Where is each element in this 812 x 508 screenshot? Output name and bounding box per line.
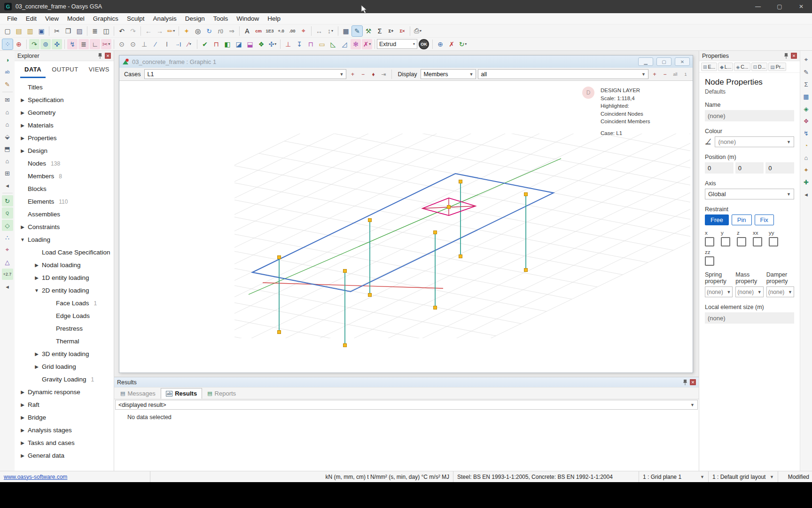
tab-views[interactable]: VIEWS [85, 66, 114, 78]
tree-item-grid-loading[interactable]: ▶Grid loading [15, 360, 114, 373]
case-view-icon[interactable]: ⌂ [2, 155, 13, 167]
position-x-input[interactable]: 0 [705, 162, 734, 174]
expand-arrow-icon[interactable]: ▶ [17, 224, 28, 230]
print-preview-icon[interactable]: ◫ [101, 26, 111, 36]
load-down-icon[interactable]: ↧ [294, 39, 304, 49]
tree-item-geometry[interactable]: ▶Geometry [15, 106, 114, 119]
tools-wrench-icon[interactable]: ⚒ [363, 26, 374, 36]
pin-icon[interactable] [98, 53, 102, 59]
node-marker[interactable] [278, 256, 281, 259]
collapse-left2-icon[interactable]: ◂ [2, 281, 13, 292]
table-view-icon[interactable]: ▦ [341, 26, 351, 36]
cut-icon[interactable]: ✂ [52, 26, 62, 36]
tree-item-blocks[interactable]: Blocks [15, 183, 114, 195]
axes-triad-icon[interactable]: ⌖ [298, 26, 309, 36]
minimize-button[interactable]: — [747, 0, 769, 13]
graphic-minimize-button[interactable]: ▁ [638, 57, 653, 66]
sculpt-joint-icon[interactable]: ✜ [52, 39, 62, 49]
tab-output[interactable]: OUTPUT [47, 66, 82, 78]
menu-sculpt[interactable]: Sculpt [123, 14, 149, 23]
colour-select[interactable]: (none) ▼ [715, 136, 794, 147]
expand-arrow-icon[interactable]: ▶ [17, 135, 28, 141]
node-marker[interactable] [344, 344, 347, 347]
collapse-left-icon[interactable]: ◂ [2, 180, 13, 191]
polyline-icon[interactable]: ↯ [67, 39, 78, 49]
undo-icon[interactable]: ↶ [117, 26, 127, 36]
graphic-canvas[interactable]: D DESIGN LAYER Scale: 1:118,4 Highlighte… [119, 81, 693, 373]
flip-check-icon[interactable]: ✔ [200, 39, 210, 49]
scale-icon[interactable]: ✚ [801, 176, 812, 188]
goto-icon[interactable]: ⇒ [226, 26, 237, 36]
print-graphic-icon[interactable]: ⎙▾ [413, 26, 423, 36]
select-nodes-icon[interactable]: ∴ [2, 232, 13, 243]
close-button[interactable]: ✕ [790, 0, 812, 13]
cases-combo[interactable]: L1▼ [144, 69, 346, 79]
extrude-combo[interactable]: Extrud▾ [377, 39, 417, 49]
add-case-button[interactable]: + [348, 71, 357, 78]
select-elements-icon[interactable]: ⌖ [2, 244, 13, 255]
expand-arrow-icon[interactable]: ▶ [17, 453, 28, 458]
highlight-icon[interactable]: ✦ [801, 164, 812, 175]
expand-arrow-icon[interactable]: ▶ [31, 275, 42, 280]
menu-model[interactable]: Model [63, 14, 89, 23]
props-tab-display[interactable]: ⊟D... [751, 63, 768, 71]
select-one-button[interactable]: 1 [681, 72, 690, 77]
function-icon[interactable]: ƒ() [215, 26, 226, 36]
tab-results[interactable]: ab Results [161, 388, 202, 399]
sync-icon[interactable]: ↻ [204, 26, 214, 36]
expand-arrow-icon[interactable]: ▶ [17, 123, 28, 128]
chevron-down-icon[interactable]: ▾ [173, 29, 175, 33]
graphic-maximize-button[interactable]: ▢ [656, 57, 671, 66]
tree-item-load-case-specification[interactable]: Load Case Specification [15, 246, 114, 259]
exponent-icon[interactable]: 1E3 [265, 26, 275, 36]
menu-analysis[interactable]: Analysis [148, 14, 180, 23]
decrease-decimals-icon[interactable]: .00 [287, 26, 297, 36]
chevron-down-icon[interactable]: ▾ [274, 42, 276, 46]
node-marker[interactable] [524, 193, 528, 196]
node-marker[interactable] [344, 270, 347, 273]
close-panel-icon[interactable]: ✕ [791, 53, 797, 59]
tree-item-loading[interactable]: ▼Loading [15, 233, 114, 246]
new-file-icon[interactable]: ▢ [2, 26, 13, 36]
support-coords-icon[interactable]: ⊥ [139, 39, 149, 49]
displayed-result-combo[interactable]: <displayed result> ▼ [115, 400, 698, 410]
props-tab-cases[interactable]: ◈C... [734, 63, 750, 71]
menu-view[interactable]: View [41, 14, 63, 23]
annotate-icon[interactable]: ✎ [801, 66, 812, 78]
tree-item-2d-entity-loading[interactable]: ▼2D entity loading [15, 284, 114, 297]
tree-item-tasks-and-cases[interactable]: ▶Tasks and cases [15, 437, 114, 449]
wizard-wand-icon[interactable]: ✦ [181, 26, 192, 36]
tree-item-nodes[interactable]: Nodes138 [15, 157, 114, 170]
string-add-icon[interactable]: ⊕ [435, 39, 445, 49]
local-element-size-input[interactable]: (none) [705, 312, 794, 324]
print-icon[interactable]: ≣ [90, 26, 100, 36]
load-misc-icon[interactable]: ✻ [351, 39, 361, 49]
grid-layout-combo[interactable]: 1 : Default grid layout▼ [709, 471, 778, 482]
sum-remove-icon[interactable]: Σ× [397, 26, 407, 36]
units-cm-icon[interactable]: cm [253, 26, 264, 36]
tree-item-1d-entity-loading[interactable]: ▶1D entity loading [15, 271, 114, 284]
tree-item-analysis-stages[interactable]: ▶Analysis stages [15, 424, 114, 437]
tree-item-thermal[interactable]: Thermal [15, 335, 114, 348]
maximize-button[interactable]: ▢ [769, 0, 790, 13]
expand-arrow-icon[interactable]: ▼ [17, 237, 28, 242]
node-marker[interactable] [368, 294, 372, 297]
point-coords-icon[interactable]: ⊙ [128, 39, 138, 49]
menu-design[interactable]: Design [181, 14, 209, 23]
graphic-close-button[interactable]: ✕ [675, 57, 690, 66]
support-add-icon[interactable]: ⊥ [283, 39, 293, 49]
axis-select[interactable]: Global ▼ [705, 189, 794, 199]
sculpt-pencil-icon[interactable]: ✎ [352, 26, 362, 36]
node-marker[interactable] [447, 206, 451, 209]
dof-zz-checkbox[interactable] [705, 256, 714, 266]
tree-item-titles[interactable]: Titles [15, 81, 114, 94]
menu-edit[interactable]: Edit [22, 14, 41, 23]
node-marker[interactable] [524, 269, 528, 272]
paste-icon[interactable]: ▨ [74, 26, 85, 36]
expand-arrow-icon[interactable]: ▶ [31, 351, 42, 357]
grid-display-icon[interactable]: ▦ [801, 91, 812, 102]
expand-arrow-icon[interactable]: ▶ [31, 262, 42, 268]
no-colour-icon[interactable]: ⚊̸ [705, 138, 711, 146]
tab-messages[interactable]: ▤ Messages [115, 388, 161, 399]
diagram-icon[interactable]: ↯ [801, 127, 812, 139]
